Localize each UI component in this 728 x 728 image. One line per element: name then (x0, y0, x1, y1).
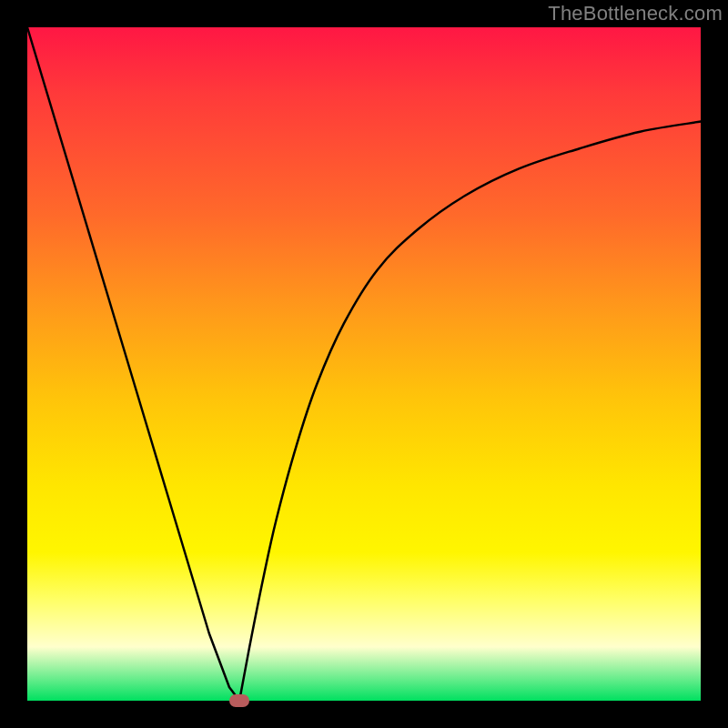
watermark-text: TheBottleneck.com (548, 2, 723, 25)
left-branch-path (27, 27, 239, 701)
bottleneck-marker (229, 694, 249, 707)
right-branch-path (239, 122, 701, 701)
chart-frame: TheBottleneck.com (0, 0, 728, 728)
plot-area (27, 27, 701, 701)
curve-svg (27, 27, 701, 701)
